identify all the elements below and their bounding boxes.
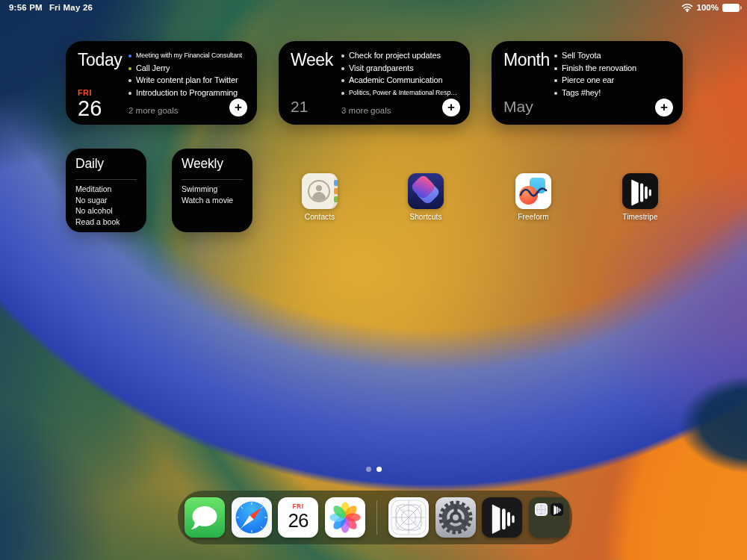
page-indicator	[0, 467, 747, 472]
goal-item: Politics, Power & International Resp…	[341, 88, 465, 99]
page-dot-2-active[interactable]	[376, 467, 382, 472]
compass-icon	[232, 497, 272, 538]
settings-app-icon[interactable]	[436, 497, 476, 538]
app-freeform[interactable]: Freeform	[505, 173, 562, 221]
calendar-day-number: 26	[278, 511, 318, 530]
goal-item: Academic Communication	[341, 75, 465, 86]
person-silhouette-icon	[308, 180, 330, 202]
habit-item: Swimming	[182, 184, 247, 195]
goal-bullet	[554, 67, 557, 70]
safari-app-icon[interactable]	[232, 497, 272, 538]
goal-text: Call Jerry	[136, 63, 170, 74]
photos-app-icon[interactable]	[325, 497, 365, 538]
contacts-icon	[302, 173, 338, 209]
goal-bullet	[128, 79, 131, 82]
battery-icon	[722, 4, 740, 12]
timestripe-icon	[622, 173, 658, 209]
dock: FRI 26	[178, 491, 572, 544]
app-timestripe[interactable]: Timestripe	[612, 173, 669, 221]
goal-bullet	[341, 92, 344, 95]
widget-weekly-habit-list: Swimming Watch a movie	[182, 184, 247, 205]
widget-week-title: Week	[291, 50, 333, 70]
app-label: Contacts	[291, 213, 348, 221]
blueprint-grid-icon	[388, 497, 429, 538]
widget-month-name: May	[503, 98, 533, 116]
widget-weekly[interactable]: Weekly Swimming Watch a movie	[172, 149, 252, 232]
goal-item: Introduction to Programming	[128, 88, 252, 99]
goal-text: Finish the renovation	[562, 63, 636, 74]
status-bar: 9:56 PM Fri May 26 100%	[0, 0, 747, 16]
widget-week[interactable]: Week Check for project updates Visit gra…	[279, 41, 470, 125]
gear-icon	[436, 497, 476, 538]
freeform-icon	[515, 173, 551, 209]
goal-text: Visit grandparents	[349, 63, 414, 74]
goal-item: Sell Toyota	[554, 51, 678, 61]
goal-text: Academic Communication	[349, 75, 443, 86]
goal-bullet	[341, 67, 344, 70]
habit-item: Read a book	[75, 217, 140, 228]
add-goal-button[interactable]: +	[655, 99, 673, 116]
page-dot-1[interactable]	[366, 467, 371, 472]
goal-text: Tags #hey!	[562, 88, 601, 99]
app-shortcuts[interactable]: Shortcuts	[397, 173, 454, 221]
goal-text: Write content plan for Twitter	[136, 75, 238, 86]
app-label: Shortcuts	[397, 213, 454, 221]
goal-item: Call Jerry	[128, 63, 252, 74]
widget-today[interactable]: Today Meeting with my Financial Consulta…	[66, 41, 257, 125]
widget-today-goal-list: Meeting with my Financial Consultant Cal…	[128, 51, 252, 100]
goal-item: Visit grandparents	[341, 63, 465, 74]
status-indicators: 100%	[681, 3, 740, 12]
divider	[75, 179, 137, 180]
contacts-card	[302, 173, 334, 209]
widget-today-date: FRI 26	[78, 89, 102, 119]
goal-text: Meeting with my Financial Consultant	[136, 51, 242, 61]
freeform-squiggle	[515, 173, 551, 209]
widget-today-more-goals: 2 more goals	[128, 106, 178, 115]
goal-text: Sell Toyota	[562, 51, 601, 61]
goal-bullet	[554, 92, 557, 95]
shortcuts-icon	[408, 173, 444, 209]
battery-percent-label: 100%	[697, 3, 719, 12]
timestripe-glyph	[622, 173, 658, 209]
goal-bullet	[128, 67, 131, 70]
app-contacts[interactable]: Contacts	[291, 173, 348, 221]
speech-bubble-icon	[185, 497, 225, 538]
status-time-date: 9:56 PM Fri May 26	[9, 3, 93, 12]
contacts-tab-orange	[334, 188, 338, 194]
dock-folder[interactable]	[529, 497, 569, 538]
widget-week-goal-list: Check for project updates Visit grandpar…	[341, 51, 465, 100]
goal-text: Pierce one ear	[562, 75, 614, 86]
goal-bullet	[554, 79, 557, 82]
habit-item: No sugar	[75, 195, 140, 206]
timestripe-dock-icon[interactable]	[482, 497, 522, 538]
habit-item: No alcohol	[75, 205, 140, 217]
contacts-tab-blue	[334, 180, 338, 186]
wifi-icon	[681, 3, 693, 12]
blueprint-grid-app-icon[interactable]	[388, 497, 429, 538]
add-goal-button[interactable]: +	[229, 99, 247, 116]
dock-divider	[376, 500, 378, 535]
app-label: Freeform	[505, 213, 562, 221]
widget-daily[interactable]: Daily Meditation No sugar No alcohol Rea…	[66, 149, 146, 232]
goal-item: Check for project updates	[341, 51, 465, 61]
widget-today-day-number: 26	[78, 98, 102, 119]
habit-item: Watch a movie	[182, 195, 247, 206]
widget-month-goal-list: Sell Toyota Finish the renovation Pierce…	[554, 51, 678, 100]
widget-today-title: Today	[78, 50, 122, 70]
goal-bullet	[341, 55, 344, 57]
goal-text: Politics, Power & International Resp…	[349, 88, 457, 99]
widget-month[interactable]: Month Sell Toyota Finish the renovation …	[492, 41, 683, 125]
status-time: 9:56 PM	[9, 3, 43, 12]
add-goal-button[interactable]: +	[442, 99, 460, 116]
goal-text: Introduction to Programming	[136, 88, 238, 99]
mini-blueprint-grid-icon	[535, 503, 548, 516]
contacts-tab-green	[334, 196, 338, 202]
ipad-home-screen: 9:56 PM Fri May 26 100% Today	[0, 0, 747, 560]
messages-app-icon[interactable]	[185, 497, 225, 538]
calendar-app-icon[interactable]: FRI 26	[278, 497, 318, 538]
widget-daily-title: Daily	[75, 156, 104, 172]
goal-item: Finish the renovation	[554, 63, 678, 74]
goal-item: Tags #hey!	[554, 88, 678, 99]
app-label: Timestripe	[612, 213, 669, 221]
widget-daily-habit-list: Meditation No sugar No alcohol Read a bo…	[75, 184, 140, 227]
